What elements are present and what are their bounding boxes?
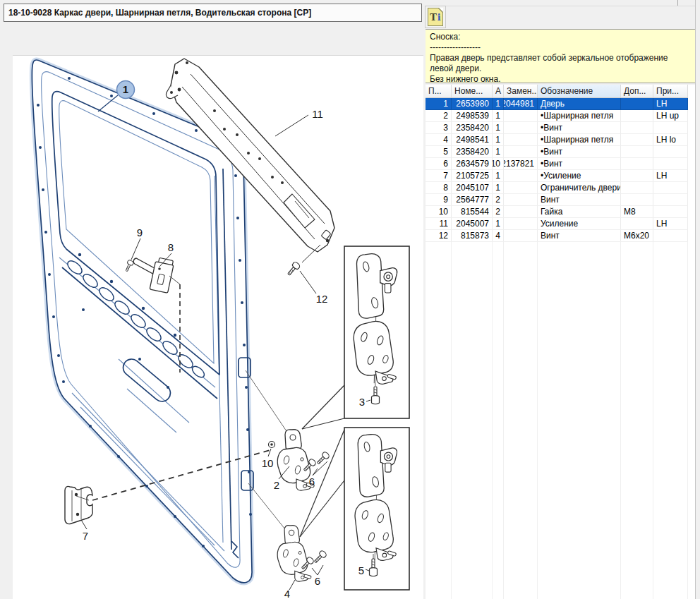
cell-a: 1: [493, 182, 504, 194]
cell-dop: M8: [621, 206, 653, 218]
cell-a: 4: [493, 230, 504, 242]
cell-a: 1: [493, 134, 504, 146]
column-header-desc[interactable]: Обозначение: [538, 85, 621, 97]
empty-column: [621, 241, 653, 599]
cell-pos: 11: [426, 218, 452, 230]
screw-part-12[interactable]: [286, 261, 301, 277]
nut-part-10[interactable]: [269, 442, 275, 448]
table-row[interactable]: 523584201•Винт: [426, 146, 695, 158]
footnote-line-2: Без нижнего окна.: [430, 74, 691, 85]
cell-a: 1: [493, 170, 504, 182]
empty-column: [426, 241, 452, 599]
column-header-num[interactable]: Номе...: [452, 85, 493, 97]
cell-repl: [504, 218, 538, 230]
cell-num: 2564777: [452, 194, 493, 206]
table-row[interactable]: 62634579102137821•Винт: [426, 158, 695, 170]
callout-12-label: 12: [316, 293, 328, 305]
table-row[interactable]: 1265398012044981ДверьLH: [426, 98, 695, 110]
callout-11-label: 11: [312, 108, 323, 120]
detail-box-upper-hinge: 3: [302, 246, 409, 429]
screw-part-6-upper-a[interactable]: [315, 451, 330, 466]
cell-a: 1: [493, 122, 504, 134]
callout-6-lower: 6: [312, 565, 323, 587]
callout-2-label: 2: [274, 479, 279, 491]
cell-desc: •Винт: [538, 158, 621, 170]
cell-num: 815544: [452, 206, 493, 218]
cell-pos: 5: [426, 146, 452, 158]
cell-desc: Дверь: [538, 98, 621, 110]
callout-12: 12: [300, 245, 327, 305]
cell-num: 2498541: [452, 134, 493, 146]
cell-note: [653, 182, 688, 194]
cell-desc: •Шарнирная петля: [538, 134, 621, 146]
cell-dop: [621, 110, 653, 122]
table-row[interactable]: 721057251•УсилениеLH: [426, 170, 695, 182]
cell-num: 2358420: [452, 146, 493, 158]
table-row[interactable]: 108155442ГайкаM8: [426, 206, 695, 218]
cell-note: LH up: [653, 110, 688, 122]
parts-table: П...Номе...АЗамен...ОбозначениеДоп...При…: [426, 85, 695, 599]
cell-note: LH: [653, 170, 688, 182]
cell-dop: [621, 146, 653, 158]
cell-pos: 8: [426, 182, 452, 194]
table-row[interactable]: 820451071Ограничитель двери: [426, 182, 695, 194]
cell-repl: [504, 182, 538, 194]
cell-repl: [504, 122, 538, 134]
cell-note: LH: [653, 98, 688, 110]
cell-num: 2045007: [452, 218, 493, 230]
cell-repl: [504, 170, 538, 182]
column-header-a[interactable]: А: [493, 85, 504, 97]
hinge-part-4[interactable]: [277, 526, 311, 582]
diagram-canvas[interactable]: 1 11 9 8: [13, 55, 423, 599]
table-row[interactable]: 128158734ВинтM6x20: [426, 230, 695, 242]
footnote-separator: ------------------: [430, 42, 691, 53]
cell-note: LH: [653, 218, 688, 230]
figure-title-bar: 18-10-9028 Каркас двери, Шарнирная петля…: [4, 4, 422, 22]
cell-repl: [504, 146, 538, 158]
cell-repl: 2137821: [504, 158, 538, 170]
ti-letter-t: T: [430, 13, 437, 22]
figure-title: 18-10-9028 Каркас двери, Шарнирная петля…: [8, 8, 311, 18]
empty-column: [452, 241, 493, 599]
cell-dop: [621, 170, 653, 182]
cell-repl: [504, 206, 538, 218]
callout-10: 10: [262, 449, 274, 469]
parts-table-body: 1265398012044981ДверьLH224985391•Шарнирн…: [426, 98, 695, 242]
callout-10-label: 10: [262, 457, 274, 469]
cell-dop: [621, 218, 653, 230]
cell-repl: [504, 230, 538, 242]
right-panel-top-strip: [426, 0, 695, 6]
empty-column: [504, 241, 538, 599]
cell-desc: •Шарнирная петля: [538, 110, 621, 122]
parts-table-header: П...Номе...АЗамен...ОбозначениеДоп...При…: [426, 85, 695, 98]
cell-note: [653, 146, 688, 158]
table-row[interactable]: 1120450071УсилениеLH: [426, 218, 695, 230]
table-row[interactable]: 424985411•Шарнирная петляLH lo: [426, 134, 695, 146]
callout-6-lower-label: 6: [315, 575, 320, 587]
column-header-pos[interactable]: П...: [426, 85, 452, 97]
cell-dop: [621, 194, 653, 206]
cell-desc: Винт: [538, 194, 621, 206]
cell-dop: [621, 158, 653, 170]
cell-desc: •Усиление: [538, 170, 621, 182]
table-row[interactable]: 323584201•Винт: [426, 122, 695, 134]
table-row[interactable]: 224985391•Шарнирная петляLH up: [426, 110, 695, 122]
column-header-note[interactable]: При...: [653, 85, 688, 97]
column-header-repl[interactable]: Замен...: [504, 85, 538, 97]
screw-part-6-lower-a[interactable]: [313, 550, 327, 564]
cell-pos: 3: [426, 122, 452, 134]
ti-letter-i: i: [438, 13, 441, 22]
cell-a: 1: [493, 146, 504, 158]
cell-note: [653, 122, 688, 134]
cell-num: 2045107: [452, 182, 493, 194]
table-row[interactable]: 925647772Винт: [426, 194, 695, 206]
column-header-dop[interactable]: Доп...: [621, 85, 653, 97]
text-info-button[interactable]: T i: [425, 6, 446, 28]
parts-table-filler: [688, 85, 695, 599]
cell-num: 2498539: [452, 110, 493, 122]
cell-note: LH lo: [653, 134, 688, 146]
cell-a: 1: [493, 218, 504, 230]
cell-repl: [504, 134, 538, 146]
callout-11: 11: [275, 108, 323, 136]
cell-repl: [504, 110, 538, 122]
